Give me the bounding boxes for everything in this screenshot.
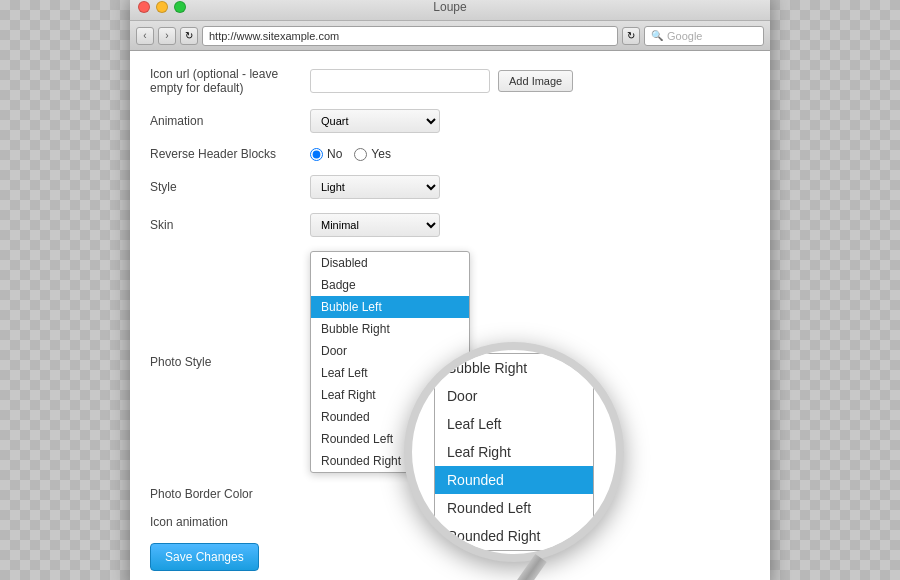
reverse-header-label: Reverse Header Blocks: [150, 147, 310, 161]
address-bar[interactable]: http://www.sitexample.com: [202, 26, 618, 46]
style-label: Style: [150, 180, 310, 194]
save-row: Save Changes: [150, 543, 750, 571]
dropdown-item-badge[interactable]: Badge: [311, 274, 469, 296]
skin-select[interactable]: Minimal: [310, 213, 440, 237]
forward-button[interactable]: ›: [158, 27, 176, 45]
save-changes-button[interactable]: Save Changes: [150, 543, 259, 571]
add-image-button[interactable]: Add Image: [498, 70, 573, 92]
minimize-button[interactable]: [156, 1, 168, 13]
content-area: Icon url (optional - leave empty for def…: [130, 51, 770, 580]
dropdown-item-bubble-left[interactable]: Bubble Left: [311, 296, 469, 318]
dropdown-item-leaf-left[interactable]: Leaf Left: [311, 362, 469, 384]
dropdown-item-leaf-right[interactable]: Leaf Right: [311, 384, 469, 406]
reload-button-2[interactable]: ↻: [622, 27, 640, 45]
dropdown-item-rounded-right[interactable]: Rounded Right: [311, 450, 469, 472]
reload-button[interactable]: ↻: [180, 27, 198, 45]
reverse-header-row: Reverse Header Blocks No Yes: [150, 147, 750, 161]
reverse-no-radio[interactable]: [310, 148, 323, 161]
animation-row: Animation Quart: [150, 109, 750, 133]
reverse-yes-option[interactable]: Yes: [354, 147, 391, 161]
skin-control: Minimal: [310, 213, 440, 237]
icon-animation-row: Icon animation: [150, 515, 750, 529]
title-bar: Loupe: [130, 0, 770, 21]
browser-window: Loupe ‹ › ↻ http://www.sitexample.com ↻ …: [130, 0, 770, 580]
photo-border-label: Photo Border Color: [150, 487, 310, 501]
back-button[interactable]: ‹: [136, 27, 154, 45]
dropdown-item-door[interactable]: Door: [311, 340, 469, 362]
style-row: Style Light: [150, 175, 750, 199]
photo-style-label: Photo Style: [150, 355, 310, 369]
search-bar[interactable]: 🔍 Google: [644, 26, 764, 46]
traffic-lights: [138, 1, 186, 13]
dropdown-item-bubble-right[interactable]: Bubble Right: [311, 318, 469, 340]
nav-bar: ‹ › ↻ http://www.sitexample.com ↻ 🔍 Goog…: [130, 21, 770, 51]
close-button[interactable]: [138, 1, 150, 13]
reverse-yes-radio[interactable]: [354, 148, 367, 161]
reverse-header-control: No Yes: [310, 147, 391, 161]
icon-url-control: Add Image: [310, 69, 573, 93]
style-select[interactable]: Light: [310, 175, 440, 199]
photo-border-row: Photo Border Color: [150, 487, 750, 501]
photo-style-row: Photo Style Disabled Badge Bubble Left B…: [150, 251, 750, 473]
style-control: Light: [310, 175, 440, 199]
reverse-no-option[interactable]: No: [310, 147, 342, 161]
animation-select[interactable]: Quart: [310, 109, 440, 133]
icon-url-row: Icon url (optional - leave empty for def…: [150, 67, 750, 95]
maximize-button[interactable]: [174, 1, 186, 13]
dropdown-item-rounded[interactable]: Rounded: [311, 406, 469, 428]
skin-label: Skin: [150, 218, 310, 232]
skin-row: Skin Minimal: [150, 213, 750, 237]
icon-url-input[interactable]: [310, 69, 490, 93]
photo-style-control: Disabled Badge Bubble Left Bubble Right …: [310, 251, 470, 473]
dropdown-item-rounded-left[interactable]: Rounded Left: [311, 428, 469, 450]
icon-url-label: Icon url (optional - leave empty for def…: [150, 67, 310, 95]
window-title: Loupe: [433, 0, 466, 14]
animation-control: Quart: [310, 109, 440, 133]
animation-label: Animation: [150, 114, 310, 128]
icon-animation-label: Icon animation: [150, 515, 310, 529]
dropdown-item-disabled[interactable]: Disabled: [311, 252, 469, 274]
photo-style-dropdown[interactable]: Disabled Badge Bubble Left Bubble Right …: [310, 251, 470, 473]
